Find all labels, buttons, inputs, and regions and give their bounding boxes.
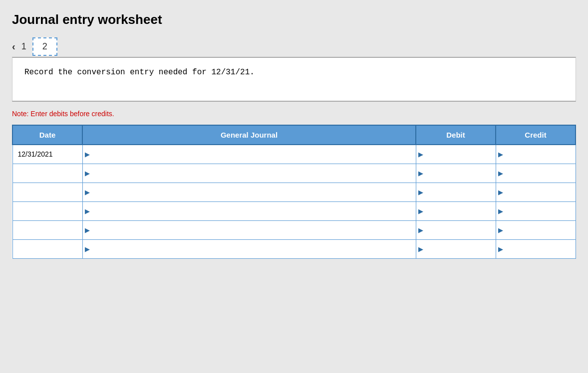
instruction-box: Record the conversion entry needed for 1… bbox=[12, 57, 576, 102]
credit-input[interactable] bbox=[496, 240, 576, 258]
debit-input[interactable] bbox=[416, 183, 496, 201]
debit-input[interactable] bbox=[416, 202, 496, 220]
table-row: ▶▶▶ bbox=[12, 201, 576, 220]
nav-page-2-active[interactable]: 2 bbox=[32, 37, 57, 56]
date-input[interactable] bbox=[16, 145, 82, 164]
debit-input[interactable] bbox=[416, 240, 496, 258]
journal-cell[interactable]: ▶ bbox=[82, 164, 416, 183]
credit-input[interactable] bbox=[496, 183, 576, 201]
journal-input[interactable] bbox=[83, 221, 416, 239]
col-header-date: Date bbox=[12, 125, 82, 145]
table-row: ▶▶▶ bbox=[12, 239, 576, 258]
journal-cell[interactable]: ▶ bbox=[82, 239, 416, 258]
instruction-text: Record the conversion entry needed for 1… bbox=[24, 68, 564, 77]
journal-input[interactable] bbox=[83, 164, 416, 183]
table-row: ▶▶▶ bbox=[12, 145, 576, 164]
journal-cell[interactable]: ▶ bbox=[82, 220, 416, 239]
debit-cell[interactable]: ▶ bbox=[416, 220, 496, 239]
debit-cell[interactable]: ▶ bbox=[416, 201, 496, 220]
credit-cell[interactable]: ▶ bbox=[496, 183, 576, 201]
date-cell[interactable] bbox=[12, 239, 82, 258]
credit-input[interactable] bbox=[496, 221, 576, 239]
journal-input[interactable] bbox=[83, 183, 416, 201]
table-header-row: Date General Journal Debit Credit bbox=[12, 125, 576, 145]
journal-input[interactable] bbox=[83, 240, 416, 258]
credit-input[interactable] bbox=[496, 164, 576, 183]
col-header-debit: Debit bbox=[416, 125, 496, 145]
credit-input[interactable] bbox=[496, 202, 576, 220]
journal-cell[interactable]: ▶ bbox=[82, 145, 416, 164]
debit-cell[interactable]: ▶ bbox=[416, 183, 496, 201]
date-cell[interactable] bbox=[12, 145, 82, 164]
credit-cell[interactable]: ▶ bbox=[496, 145, 576, 164]
table-row: ▶▶▶ bbox=[12, 220, 576, 239]
debit-cell[interactable]: ▶ bbox=[416, 145, 496, 164]
col-header-general-journal: General Journal bbox=[82, 125, 416, 145]
credit-cell[interactable]: ▶ bbox=[496, 220, 576, 239]
debit-input[interactable] bbox=[416, 164, 496, 183]
nav-page-1[interactable]: 1 bbox=[21, 41, 26, 52]
table-row: ▶▶▶ bbox=[12, 183, 576, 201]
debit-cell[interactable]: ▶ bbox=[416, 164, 496, 183]
date-cell[interactable] bbox=[12, 201, 82, 220]
journal-table: Date General Journal Debit Credit ▶▶▶▶▶▶… bbox=[12, 125, 576, 259]
journal-cell[interactable]: ▶ bbox=[82, 201, 416, 220]
nav-prev-button[interactable]: ‹ bbox=[12, 41, 15, 52]
credit-cell[interactable]: ▶ bbox=[496, 164, 576, 183]
page-title: Journal entry worksheet bbox=[12, 12, 576, 27]
debit-cell[interactable]: ▶ bbox=[416, 239, 496, 258]
col-header-credit: Credit bbox=[496, 125, 576, 145]
date-cell[interactable] bbox=[12, 220, 82, 239]
debit-input[interactable] bbox=[416, 145, 496, 164]
note-text: Note: Enter debits before credits. bbox=[12, 110, 576, 118]
journal-cell[interactable]: ▶ bbox=[82, 183, 416, 201]
credit-cell[interactable]: ▶ bbox=[496, 201, 576, 220]
date-cell[interactable] bbox=[12, 183, 82, 201]
navigation-row: ‹ 1 2 bbox=[12, 37, 576, 56]
date-cell[interactable] bbox=[12, 164, 82, 183]
debit-input[interactable] bbox=[416, 221, 496, 239]
table-row: ▶▶▶ bbox=[12, 164, 576, 183]
credit-cell[interactable]: ▶ bbox=[496, 239, 576, 258]
credit-input[interactable] bbox=[496, 145, 576, 164]
journal-input[interactable] bbox=[83, 145, 416, 164]
journal-input[interactable] bbox=[83, 202, 416, 220]
